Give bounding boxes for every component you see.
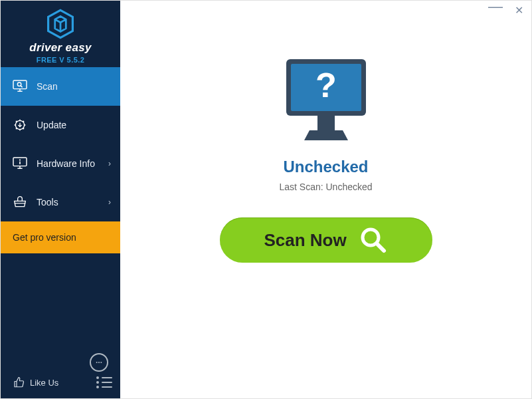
search-icon — [359, 225, 388, 255]
svg-point-23 — [98, 362, 100, 363]
svg-line-31 — [377, 243, 384, 251]
sidebar-item-hardware-info[interactable]: Hardware Info › — [1, 144, 120, 183]
svg-rect-12 — [15, 120, 17, 122]
svg-rect-2 — [13, 80, 27, 89]
sidebar-item-update[interactable]: Update — [1, 106, 120, 144]
sidebar-nav: Scan — [1, 67, 120, 353]
svg-rect-11 — [24, 124, 26, 126]
close-button[interactable]: ✕ — [515, 5, 523, 16]
chevron-right-icon: › — [108, 198, 111, 207]
sidebar-item-label: Tools — [37, 197, 58, 207]
menu-icon[interactable] — [96, 374, 112, 390]
main-content: ? Unchecked Last Scan: Unchecked Scan No… — [120, 1, 531, 398]
app-logo-icon — [44, 8, 76, 40]
status-title: Unchecked — [283, 158, 368, 176]
sidebar: driver easy FREE V 5.5.2 Scan — [1, 1, 120, 398]
sidebar-bottom: Like Us — [1, 353, 120, 398]
chevron-right-icon: › — [108, 159, 111, 168]
svg-marker-29 — [304, 130, 348, 140]
minimize-button[interactable]: — — [488, 0, 503, 14]
app-window: — ✕ driver easy FREE V 5.5.2 — [0, 0, 532, 399]
svg-rect-10 — [15, 124, 17, 126]
svg-text:?: ? — [315, 66, 337, 104]
monitor-info-icon — [13, 156, 27, 171]
gear-arrow-icon — [13, 118, 27, 132]
sidebar-item-get-pro[interactable]: Get pro version — [1, 221, 120, 253]
status-subtitle: Last Scan: Unchecked — [279, 182, 372, 192]
svg-point-24 — [100, 362, 102, 363]
sidebar-item-scan[interactable]: Scan — [1, 67, 120, 106]
sidebar-item-tools[interactable]: Tools › — [1, 183, 120, 221]
svg-point-22 — [96, 362, 98, 363]
brand-name: driver easy — [29, 41, 92, 55]
monitor-question-icon: ? — [276, 54, 376, 147]
svg-rect-28 — [317, 116, 335, 130]
cta-label: Get pro version — [13, 232, 76, 243]
feedback-icon[interactable] — [90, 353, 108, 372]
thumbs-up-icon — [13, 376, 25, 388]
titlebar-controls: — ✕ — [480, 1, 531, 21]
svg-rect-13 — [23, 120, 25, 122]
brand-subtitle: FREE V 5.5.2 — [37, 56, 85, 64]
monitor-search-icon — [13, 79, 27, 94]
toolbox-icon — [13, 195, 27, 209]
svg-rect-14 — [15, 128, 17, 130]
logo-area: driver easy FREE V 5.5.2 — [1, 1, 120, 67]
like-us-button[interactable]: Like Us — [9, 376, 58, 388]
svg-line-6 — [21, 86, 23, 88]
svg-rect-8 — [19, 120, 21, 122]
sidebar-item-label: Scan — [37, 81, 58, 92]
sidebar-item-label: Update — [37, 120, 66, 130]
scan-button-label: Scan Now — [264, 230, 346, 251]
svg-point-19 — [19, 159, 21, 160]
svg-rect-9 — [19, 129, 21, 131]
sidebar-item-label: Hardware Info — [37, 158, 95, 169]
like-us-label: Like Us — [30, 378, 58, 388]
svg-rect-15 — [23, 128, 25, 130]
scan-now-button[interactable]: Scan Now — [220, 217, 432, 263]
